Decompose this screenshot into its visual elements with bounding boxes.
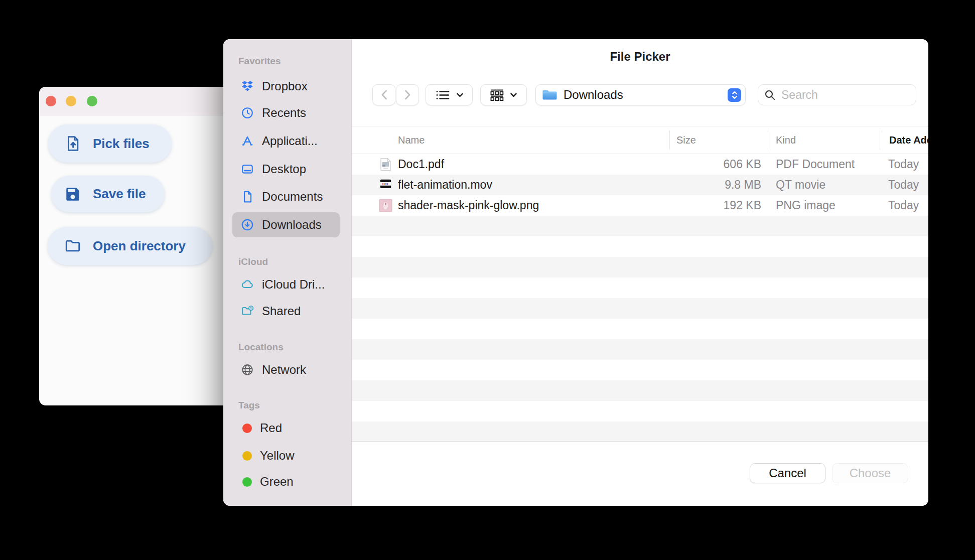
current-folder-menu[interactable]: Downloads — [535, 84, 746, 105]
column-header-name[interactable]: Name — [398, 126, 425, 154]
sidebar-item-dropbox[interactable]: Dropbox — [232, 74, 340, 99]
sidebar-item-network[interactable]: Network — [232, 357, 340, 382]
sidebar-item-label: Documents — [262, 190, 323, 204]
column-header-size[interactable]: Size — [676, 126, 696, 154]
sidebar-item-label: Network — [262, 363, 306, 377]
file-date-added: Today — [888, 154, 919, 175]
chevron-down-icon — [457, 93, 463, 97]
file-row-flet-animation-mov[interactable]: flet-animation.mov 9.8 MB QT movie Today — [352, 175, 928, 195]
back-button[interactable] — [372, 84, 395, 105]
app-window: Pick files Save file Open directory — [39, 87, 231, 405]
file-size: 606 KB — [669, 154, 761, 175]
sidebar-item-label: Dropbox — [262, 79, 308, 93]
search-input[interactable] — [758, 84, 916, 105]
column-header-kind[interactable]: Kind — [776, 126, 796, 154]
green-tag-icon — [242, 477, 252, 487]
globe-icon — [241, 363, 254, 376]
folder-outline-icon — [64, 237, 81, 254]
column-header-date-added[interactable]: Date Added — [889, 126, 928, 154]
current-folder-label: Downloads — [564, 88, 623, 102]
forward-button[interactable] — [396, 84, 419, 105]
chevron-left-icon — [381, 90, 387, 100]
pdf-file-icon — [379, 158, 392, 171]
folder-icon — [542, 89, 558, 101]
red-tag-icon — [242, 424, 252, 433]
app-store-icon — [241, 134, 254, 148]
close-window-button[interactable] — [46, 96, 56, 106]
minimize-window-button[interactable] — [66, 96, 76, 106]
downloads-circle-icon — [241, 218, 254, 231]
sidebar-item-label: Yellow — [260, 449, 295, 463]
file-picker-dialog: Favorites Dropbox Recents Applicati... — [223, 39, 928, 506]
file-date-added: Today — [888, 175, 919, 195]
desktop-background: Pick files Save file Open directory Favo… — [0, 0, 975, 560]
image-file-icon — [379, 199, 392, 212]
column-separator — [880, 130, 880, 150]
file-row-doc1-pdf[interactable]: Doc1.pdf 606 KB PDF Document Today — [352, 154, 928, 175]
document-icon — [241, 190, 254, 203]
dropbox-icon — [241, 80, 254, 93]
chevron-right-icon — [404, 90, 411, 100]
file-kind: PDF Document — [776, 154, 855, 175]
clock-icon — [241, 106, 254, 119]
sidebar-item-label: Applicati... — [262, 134, 318, 148]
sidebar-item-tag-green[interactable]: Green — [232, 469, 340, 494]
file-size: 9.8 MB — [669, 175, 761, 195]
save-file-label: Save file — [93, 186, 146, 202]
file-name: shader-mask-pink-glow.png — [398, 195, 539, 216]
table-header: Name Size Kind Date Added — [352, 126, 928, 154]
sidebar-item-recents[interactable]: Recents — [232, 100, 340, 125]
file-row-shader-mask-png[interactable]: shader-mask-pink-glow.png 192 KB PNG ima… — [352, 195, 928, 216]
sidebar-item-shared[interactable]: Shared — [232, 299, 340, 324]
pick-files-label: Pick files — [93, 136, 150, 152]
sidebar-section-locations: Locations — [238, 341, 284, 353]
sidebar-item-desktop[interactable]: Desktop — [232, 157, 340, 182]
open-directory-label: Open directory — [93, 238, 186, 254]
pick-files-button[interactable]: Pick files — [48, 124, 172, 163]
sidebar-item-tag-yellow[interactable]: Yellow — [232, 443, 340, 468]
sidebar-item-label: Green — [260, 475, 294, 489]
list-view-icon — [436, 90, 450, 100]
cancel-button[interactable]: Cancel — [750, 463, 825, 483]
sidebar-section-favorites: Favorites — [238, 55, 281, 67]
sidebar-item-tag-red[interactable]: Red — [232, 415, 340, 441]
yellow-tag-icon — [242, 451, 252, 461]
save-file-button[interactable]: Save file — [51, 176, 165, 212]
movie-file-icon — [379, 179, 392, 191]
group-view-icon — [490, 89, 504, 101]
file-size: 192 KB — [669, 195, 761, 216]
save-icon — [64, 186, 81, 203]
chevron-down-icon — [510, 93, 517, 97]
upload-file-icon — [64, 135, 81, 152]
column-separator — [767, 130, 767, 150]
open-directory-button[interactable]: Open directory — [48, 227, 212, 265]
sidebar-section-icloud: iCloud — [238, 256, 268, 268]
sidebar-item-downloads[interactable]: Downloads — [232, 212, 340, 237]
sidebar: Favorites Dropbox Recents Applicati... — [223, 39, 352, 506]
view-mode-menu[interactable] — [426, 84, 473, 105]
cloud-icon — [241, 278, 254, 291]
sidebar-item-label: Downloads — [262, 218, 322, 232]
column-separator — [669, 130, 670, 150]
search-icon — [765, 90, 775, 100]
file-list: Doc1.pdf 606 KB PDF Document Today flet-… — [352, 154, 928, 442]
choose-button[interactable]: Choose — [832, 463, 908, 483]
sidebar-item-applications[interactable]: Applicati... — [232, 128, 340, 154]
sidebar-item-label: iCloud Dri... — [262, 277, 325, 292]
sidebar-item-icloud-drive[interactable]: iCloud Dri... — [232, 272, 340, 297]
app-window-titlebar — [39, 87, 231, 115]
sidebar-item-label: Recents — [262, 106, 306, 120]
dialog-title: File Picker — [352, 49, 928, 64]
folder-stepper-icon — [728, 88, 741, 102]
file-kind: PNG image — [776, 195, 835, 216]
sidebar-item-label: Desktop — [262, 162, 306, 176]
group-by-menu[interactable] — [480, 84, 527, 105]
zoom-window-button[interactable] — [87, 96, 97, 106]
file-date-added: Today — [888, 195, 919, 216]
desktop-icon — [241, 163, 254, 176]
sidebar-section-tags: Tags — [238, 399, 260, 411]
sidebar-item-label: Shared — [262, 304, 301, 318]
sidebar-item-documents[interactable]: Documents — [232, 184, 340, 209]
shared-folder-icon — [241, 305, 254, 318]
search-field — [758, 84, 916, 105]
